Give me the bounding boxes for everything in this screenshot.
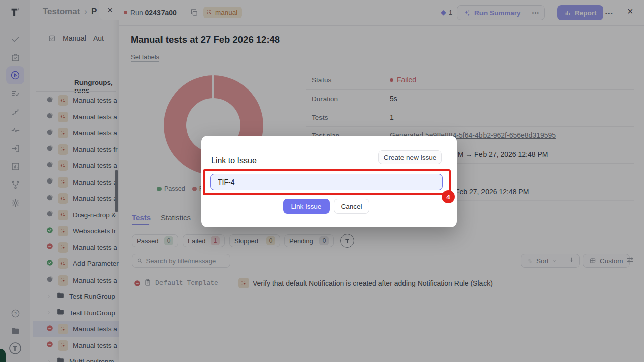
link-issue-button[interactable]: Link Issue bbox=[283, 199, 330, 214]
app-window: ? Testomat › P Manual Aut Rungroups, run… bbox=[0, 0, 644, 362]
issue-id-input[interactable] bbox=[210, 174, 443, 190]
annotation-step-badge: 4 bbox=[442, 190, 455, 203]
cancel-button[interactable]: Cancel bbox=[334, 199, 369, 214]
modal-title: Link to Issue bbox=[211, 156, 257, 165]
create-new-issue-button[interactable]: Create new issue bbox=[378, 150, 442, 164]
link-issue-modal: Link to Issue Create new issue Link Issu… bbox=[201, 136, 457, 227]
